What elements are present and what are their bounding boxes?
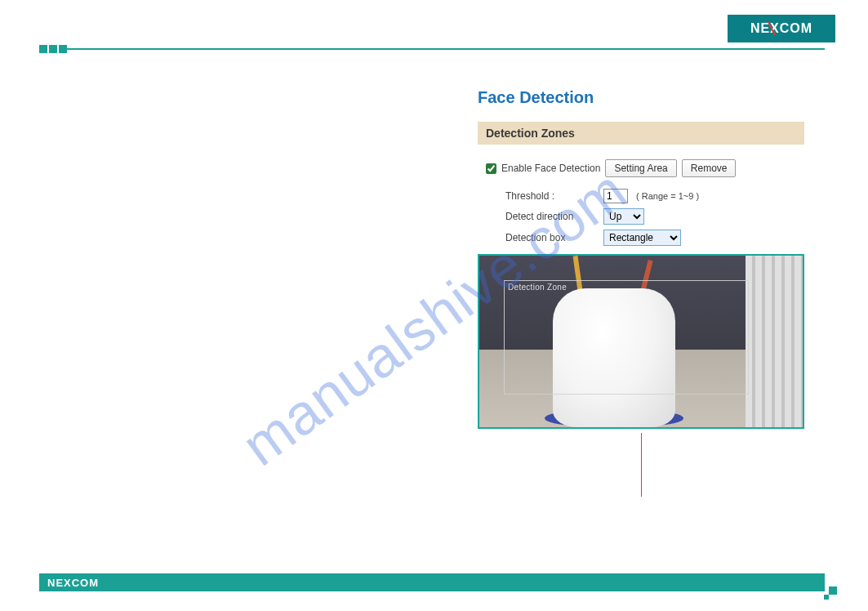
detection-zone-rect[interactable]: Detection Zone xyxy=(504,280,749,395)
decor-square xyxy=(39,45,47,53)
setting-area-button[interactable]: Setting Area xyxy=(605,159,676,177)
page-title: Face Detection xyxy=(478,88,825,107)
threshold-row: Threshold : ( Range = 1~9 ) xyxy=(505,189,825,203)
header-squares xyxy=(39,45,67,53)
decor-square xyxy=(829,586,837,595)
enable-label: Enable Face Detection xyxy=(501,163,600,174)
detection-box-label: Detection box xyxy=(505,232,603,243)
decor-square xyxy=(49,45,57,53)
threshold-range-hint: ( Range = 1~9 ) xyxy=(636,191,699,201)
section-header: Detection Zones xyxy=(478,122,804,145)
threshold-label: Threshold : xyxy=(505,190,603,202)
decor-square xyxy=(824,595,829,600)
annotation-pointer-line xyxy=(641,433,642,497)
detection-box-select[interactable]: Rectangle xyxy=(603,230,681,246)
content-panel: Face Detection Detection Zones Enable Fa… xyxy=(478,88,825,429)
preview-image: Detection Zone xyxy=(478,254,804,429)
detection-zone-label: Detection Zone xyxy=(508,283,567,292)
direction-label: Detect direction xyxy=(505,211,603,222)
remove-button[interactable]: Remove xyxy=(682,159,737,177)
footer-brand: NEXCOM xyxy=(47,577,99,589)
brand-text: NEXCOM xyxy=(750,21,812,35)
enable-face-detection-checkbox[interactable] xyxy=(486,163,496,174)
footer-decor xyxy=(826,586,837,598)
footer-bar: NEXCOM xyxy=(39,573,825,591)
header-rule xyxy=(65,48,825,50)
threshold-input[interactable] xyxy=(603,189,628,203)
enable-row: Enable Face Detection Setting Area Remov… xyxy=(486,159,825,177)
preview-blinds xyxy=(746,256,803,427)
direction-row: Detect direction Up xyxy=(505,208,825,225)
detection-box-row: Detection box Rectangle xyxy=(505,230,825,246)
direction-select[interactable]: Up xyxy=(603,208,644,225)
page-header: NEXCOM xyxy=(0,0,868,57)
brand-logo: NEXCOM xyxy=(728,15,835,42)
